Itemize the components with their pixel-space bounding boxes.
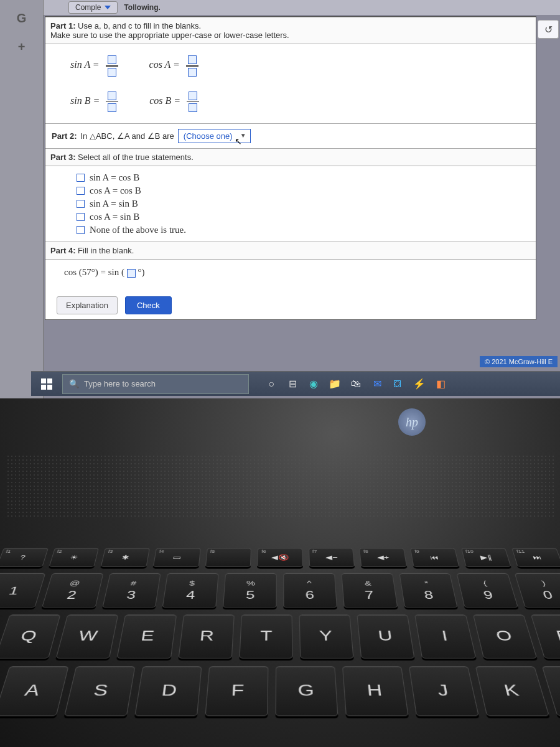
store-icon[interactable]: 🛍 — [348, 377, 363, 392]
svg-rect-3 — [47, 385, 52, 390]
key-f6[interactable]: f6◀🔇 — [257, 548, 303, 567]
part2-title: Part 2: — [52, 131, 77, 141]
chevron-down-icon — [105, 6, 111, 9]
part4-eq-left: cos (57°) = sin ( — [64, 267, 124, 277]
hp-logo: hp — [398, 408, 426, 436]
key-J[interactable]: J — [409, 666, 479, 716]
key-7[interactable]: &7 — [341, 573, 398, 608]
key-O[interactable]: O — [473, 614, 538, 659]
part4-title: Part 4: — [50, 246, 75, 255]
rail-g-icon[interactable]: G — [11, 7, 32, 29]
checkbox-opt-3[interactable] — [77, 213, 85, 221]
key-K[interactable]: K — [475, 666, 549, 716]
input-cosA-num[interactable] — [188, 55, 197, 64]
start-button[interactable] — [34, 373, 60, 395]
app-icon[interactable]: ⚡ — [412, 377, 427, 392]
key-H[interactable]: H — [342, 666, 409, 716]
checkbox-opt-2[interactable] — [77, 200, 85, 208]
tab-suffix: Tollowing. — [124, 3, 160, 12]
part3-text: Select all of the true statements. — [78, 153, 194, 162]
explorer-icon[interactable]: 📁 — [327, 377, 342, 392]
part3-body: sin A = cos B cos A = cos B sin A = sin … — [45, 166, 536, 242]
input-cosB-den[interactable] — [189, 103, 197, 112]
key-9[interactable]: (9 — [457, 573, 518, 608]
speaker-grille — [6, 454, 554, 517]
key-Q[interactable]: Q — [0, 614, 61, 659]
key-f10[interactable]: f10▶∥ — [461, 548, 511, 567]
key-f8[interactable]: f8◀+ — [359, 548, 407, 567]
part3-header: Part 3: Select all of the true statement… — [45, 148, 536, 166]
rail-plus-icon[interactable]: + — [11, 36, 32, 57]
checkbox-opt-0[interactable] — [77, 174, 85, 182]
key-5[interactable]: %5 — [223, 573, 277, 608]
key-I[interactable]: I — [415, 614, 477, 659]
laptop-body: hp f1?f2☀f3✱f4▭f5f6◀🔇f7◀−f8◀+f9⏮f10▶∥f11… — [0, 398, 560, 747]
key-f9[interactable]: f9⏮ — [410, 548, 459, 567]
exercise-panel: Part 1: Use a, b, and c to fill in the b… — [45, 16, 536, 320]
key-6[interactable]: ^6 — [283, 573, 337, 608]
key-f1[interactable]: f1? — [0, 548, 49, 567]
browser-tab-strip: Comple Tollowing. — [44, 0, 560, 15]
input-cosA-den[interactable] — [188, 68, 197, 77]
input-complement-angle[interactable] — [127, 269, 136, 278]
windows-taskbar: 🔍 Type here to search ○ ⊟ ◉ 📁 🛍 ✉ ⛋ ⚡ ◧ — [31, 371, 560, 396]
key-S[interactable]: S — [64, 666, 136, 716]
part1-header: Part 1: Use a, b, and c to fill in the b… — [45, 17, 536, 44]
input-sinB-num[interactable] — [108, 92, 116, 100]
part1-title: Part 1: — [50, 21, 75, 31]
taskview-icon[interactable]: ⊟ — [285, 377, 300, 392]
input-sinA-den[interactable] — [108, 68, 116, 77]
mail-icon[interactable]: ✉ — [370, 377, 385, 392]
key-R[interactable]: R — [178, 614, 235, 659]
key-f5[interactable]: f5 — [205, 548, 251, 567]
svg-rect-2 — [41, 385, 46, 390]
opt-3: cos A = sin B — [90, 212, 139, 222]
key-E[interactable]: E — [117, 614, 177, 659]
edge-icon[interactable]: ◉ — [306, 377, 321, 392]
browser-left-rail: G + — [0, 0, 44, 398]
key-f4[interactable]: f4▭ — [153, 548, 201, 567]
key-2[interactable]: @2 — [42, 573, 103, 608]
key-A[interactable]: A — [0, 666, 69, 716]
key-f2[interactable]: f2☀ — [49, 548, 99, 567]
key-f7[interactable]: f7◀− — [309, 548, 355, 567]
key-8[interactable]: *8 — [399, 573, 458, 608]
key-Y[interactable]: Y — [299, 614, 354, 659]
keyboard: f1?f2☀f3✱f4▭f5f6◀🔇f7◀−f8◀+f9⏮f10▶∥f11⏭ 1… — [0, 548, 560, 747]
label-sinB: sin B = — [70, 95, 100, 106]
button-row: Explanation Check — [45, 289, 536, 319]
key-4[interactable]: $4 — [162, 573, 219, 608]
key-F[interactable]: F — [205, 666, 268, 716]
cortana-icon[interactable]: ○ — [264, 377, 279, 392]
taskbar-search[interactable]: 🔍 Type here to search — [62, 374, 249, 394]
key-f11[interactable]: f11⏭ — [511, 548, 560, 567]
opt-4: None of the above is true. — [90, 225, 186, 235]
key-f3[interactable]: f3✱ — [101, 548, 150, 567]
checkbox-opt-1[interactable] — [77, 187, 85, 195]
reset-button[interactable]: ↺ — [538, 20, 559, 39]
key-W[interactable]: W — [56, 614, 119, 659]
part3-title: Part 3: — [50, 153, 75, 162]
key-U[interactable]: U — [357, 614, 415, 659]
label-cosB: cos B = — [149, 95, 180, 106]
part4-body: cos (57°) = sin ( °) — [45, 260, 536, 289]
key-G[interactable]: G — [276, 666, 338, 716]
input-sinB-den[interactable] — [108, 103, 116, 112]
key-3[interactable]: #3 — [102, 573, 161, 608]
part2-row: Part 2: In △ABC, ∠A and ∠B are (Choose o… — [45, 123, 536, 148]
app2-icon[interactable]: ◧ — [433, 377, 448, 392]
input-cosB-num[interactable] — [189, 92, 197, 100]
key-T[interactable]: T — [239, 614, 293, 659]
key-D[interactable]: D — [134, 666, 202, 716]
explanation-button[interactable]: Explanation — [57, 296, 118, 314]
checkbox-opt-4[interactable] — [77, 226, 85, 234]
dropbox-icon[interactable]: ⛋ — [391, 377, 406, 392]
browser-tab[interactable]: Comple — [68, 1, 118, 14]
key-1[interactable]: 1 — [0, 573, 45, 608]
key-0[interactable]: )0 — [515, 573, 560, 608]
input-sinA-num[interactable] — [108, 55, 116, 64]
check-button[interactable]: Check — [125, 296, 172, 314]
opt-1: cos A = cos B — [90, 186, 141, 196]
cursor-icon: ↖ — [235, 136, 242, 146]
label-cosA: cos A = — [149, 59, 180, 70]
